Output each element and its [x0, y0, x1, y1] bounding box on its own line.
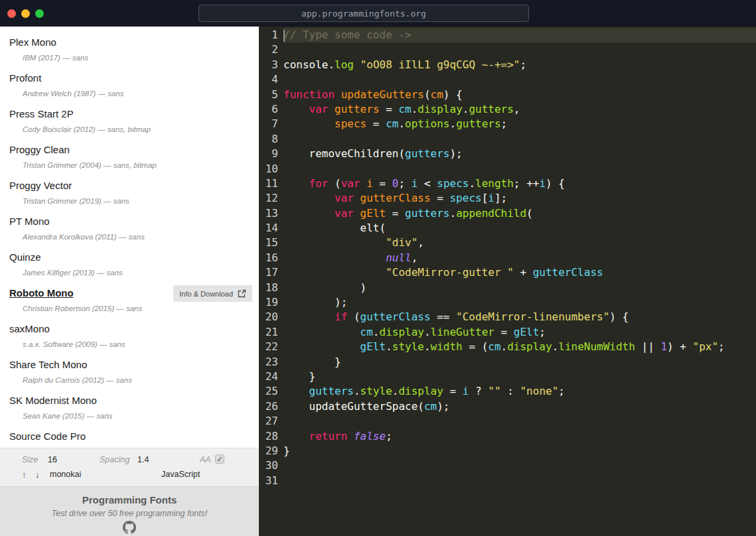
language-select[interactable]: JavaScript [161, 470, 200, 479]
url-bar[interactable]: app.programmingfonts.org [198, 5, 529, 22]
font-list-item[interactable]: PT MonoAlexandra Korolkova (2011) — sans [0, 211, 259, 247]
minimize-button[interactable] [21, 9, 30, 18]
line-number: 5 [259, 88, 283, 102]
code-line: 23 } [259, 355, 756, 369]
code-line: 17 "CodeMirror-gutter " + gutterClass [259, 265, 756, 280]
code-line: 25 gutters.style.display = i ? "" : "non… [259, 384, 756, 399]
code-line: 10 [259, 162, 756, 176]
theme-prev-button[interactable]: ↑ [22, 470, 27, 480]
code-line: 8 [259, 132, 756, 147]
line-number: 2 [259, 42, 283, 57]
font-list-item[interactable]: SK Modernist MonoSean Kane (2015) — sans [0, 390, 259, 426]
spacing-label: Spacing [100, 455, 129, 464]
code-text: } [283, 355, 756, 369]
github-icon[interactable] [123, 521, 136, 536]
main-area: Plex MonoIBM (2017) — sansProfontAndrew … [0, 27, 756, 536]
font-name: Share Tech Mono [9, 358, 252, 371]
font-name: Quinze [9, 251, 252, 264]
code-line: 28 return false; [259, 429, 756, 444]
close-button[interactable] [7, 9, 16, 18]
code-text: specs = cm.options.gutters; [283, 117, 756, 131]
font-name: Profont [9, 72, 252, 85]
code-text [283, 414, 756, 429]
font-list-item[interactable]: Roboto MonoChristian Robertson (2015) — … [0, 283, 259, 318]
size-value[interactable]: 16 [48, 455, 57, 464]
code-line: 9 removeChildren(gutters); [259, 147, 756, 161]
line-number: 6 [259, 102, 283, 117]
font-name: Source Code Pro [9, 430, 252, 443]
line-number: 21 [259, 325, 283, 340]
code-text: ); [283, 295, 756, 310]
theme-next-button[interactable]: ↓ [35, 470, 40, 480]
code-line: 24 } [259, 369, 756, 384]
code-text: ) [283, 281, 756, 295]
font-list-item[interactable]: Share Tech MonoRalph du Carrois (2012) —… [0, 354, 259, 390]
size-label: Size [22, 455, 38, 464]
font-meta: Sean Kane (2015) — sans [23, 412, 252, 421]
code-line: 4 [259, 72, 756, 87]
font-meta: s.a.x. Software (2009) — sans [23, 340, 252, 349]
line-number: 20 [259, 310, 283, 324]
font-name: Proggy Clean [9, 143, 252, 157]
font-meta: IBM (2017) — sans [23, 54, 252, 62]
font-list-item[interactable]: Proggy VectorTristan Grimmer (2019) — sa… [0, 175, 259, 211]
app-title: Programming Fonts [0, 494, 259, 505]
theme-select[interactable]: monokai [50, 470, 81, 479]
code-text: var gutterClass = specs[i]; [283, 191, 756, 206]
font-list-item[interactable]: ProfontAndrew Welch (1987) — sans [0, 68, 259, 103]
line-number: 3 [259, 58, 283, 72]
url-text: app.programmingfonts.org [301, 9, 426, 19]
font-list-item[interactable]: QuinzeJames Kilfiger (2013) — sans [0, 247, 259, 283]
code-text [283, 162, 756, 176]
line-number: 16 [259, 251, 283, 265]
line-number: 11 [259, 176, 283, 191]
code-text: } [283, 444, 756, 458]
code-line: 3console.log "oO08 iIlL1 g9qCGQ ~-+=>"; [259, 58, 756, 72]
font-list-item[interactable]: Press Start 2PCody Boisclair (2012) — sa… [0, 103, 259, 139]
code-lines: 1// Type some code ->23console.log "oO08… [259, 28, 756, 488]
zoom-button[interactable] [35, 9, 44, 18]
font-list[interactable]: Plex MonoIBM (2017) — sansProfontAndrew … [0, 27, 259, 448]
line-number: 9 [259, 147, 283, 161]
code-text [283, 72, 756, 87]
line-number: 1 [259, 28, 283, 42]
app-window: app.programmingfonts.org Plex MonoIBM (2… [0, 0, 756, 536]
code-editor[interactable]: 1// Type some code ->23console.log "oO08… [259, 27, 756, 536]
font-list-item[interactable]: Plex MonoIBM (2017) — sans [0, 32, 259, 68]
line-number: 15 [259, 235, 283, 250]
line-number: 23 [259, 355, 283, 369]
line-number: 4 [259, 72, 283, 87]
code-line: 26 updateGutterSpace(cm); [259, 399, 756, 414]
sidebar: Plex MonoIBM (2017) — sansProfontAndrew … [0, 27, 259, 536]
code-text: null, [283, 251, 756, 265]
code-line: 31 [259, 474, 756, 488]
line-number: 12 [259, 191, 283, 206]
line-number: 7 [259, 117, 283, 131]
font-list-item[interactable]: Proggy CleanTristan Grimmer (2004) — san… [0, 139, 259, 175]
info-download-button[interactable]: Info & Download [173, 285, 252, 302]
line-number: 30 [259, 458, 283, 473]
spacing-value[interactable]: 1.4 [137, 455, 149, 464]
font-name: Plex Mono [9, 36, 252, 49]
line-number: 8 [259, 132, 283, 147]
code-line: 27 [259, 414, 756, 429]
font-name: Press Start 2P [9, 107, 252, 121]
code-line: 22 gElt.style.width = (cm.display.lineNu… [259, 340, 756, 354]
line-number: 31 [259, 474, 283, 488]
code-text: for (var i = 0; i < specs.length; ++i) { [283, 176, 756, 191]
font-meta: Christian Robertson (2015) — sans [23, 304, 252, 313]
font-list-item[interactable]: Source Code ProPaul D. Hunt (2012) — san… [0, 426, 259, 448]
controls-bar: Size 16 Spacing 1.4 AA ✓ ↑ ↓ monokai Jav… [0, 448, 259, 486]
active-code-text: // Type some code -> [283, 28, 756, 42]
line-number: 17 [259, 265, 283, 280]
aa-checkbox[interactable]: ✓ [215, 454, 224, 464]
footer: Programming Fonts Test drive over 50 fre… [0, 486, 259, 536]
font-meta: James Kilfiger (2013) — sans [23, 269, 252, 277]
code-line: 18 ) [259, 281, 756, 295]
code-text: function updateGutters(cm) { [283, 88, 756, 102]
font-meta: Tristan Grimmer (2004) — sans, bitmap [23, 161, 252, 170]
font-list-item[interactable]: saxMonos.a.x. Software (2009) — sans [0, 318, 259, 354]
external-link-icon [238, 289, 246, 298]
code-line: 19 ); [259, 295, 756, 310]
code-line: 15 "div", [259, 235, 756, 250]
